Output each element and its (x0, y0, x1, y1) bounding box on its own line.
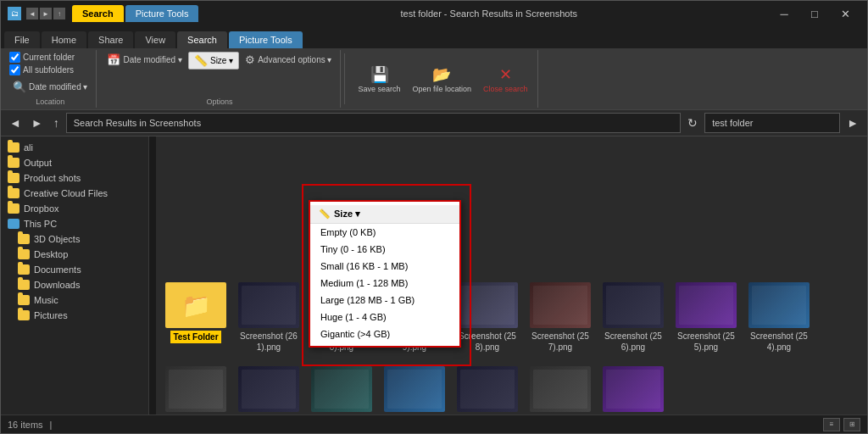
size-header-icon: 📏 (319, 209, 331, 220)
list-item[interactable]: Screenshot (248).png (527, 363, 593, 415)
file-label: Test Folder (170, 331, 220, 343)
sidebar-item-label: Dropbox (24, 203, 59, 214)
refine-btns: 📅 Date modified ▾ 📏 Size ▾ ⚙ Advanced op… (103, 52, 335, 96)
back-qatb[interactable]: ◄ (26, 8, 38, 19)
address-input[interactable] (66, 113, 681, 133)
list-item[interactable]: Screenshot (255).png (673, 279, 739, 356)
size-option-gigantic[interactable]: Gigantic (>4 GB) (310, 326, 459, 342)
sidebar-item-downloads[interactable]: Downloads (1, 277, 148, 292)
ribbon-content: Current folder All subfolders 🔍 Date mod… (1, 48, 867, 109)
sidebar-item-label: Documents (34, 264, 81, 275)
grid-view-toggle[interactable]: ⊞ (843, 418, 860, 431)
list-item[interactable]: Screenshot (261).png (236, 279, 302, 356)
list-item[interactable]: Screenshot (247).png (600, 363, 666, 415)
search-again-btn[interactable]: 🔍 Date modified ▾ (9, 79, 91, 95)
address-bar-row: ◄ ► ↑ ↻ ► (1, 110, 867, 136)
refresh-button[interactable]: ↻ (684, 114, 701, 131)
folder-icon: 📁 (181, 292, 211, 320)
list-item[interactable]: Screenshot (252).png (236, 363, 302, 415)
sidebar-item-label: Pictures (34, 310, 68, 320)
sidebar-scrollbar[interactable] (149, 136, 156, 415)
open-file-location-btn[interactable]: 📂 Open file location (409, 63, 476, 96)
sidebar-item-3d-objects[interactable]: 3D Objects (1, 231, 148, 247)
folder-open-icon: 📂 (432, 65, 451, 84)
size-option-tiny[interactable]: Tiny (0 - 16 KB) (310, 241, 459, 258)
folder-icon (8, 142, 19, 153)
size-option-huge[interactable]: Huge (1 - 4 GB) (310, 309, 459, 326)
folder-icon (18, 249, 30, 259)
list-item[interactable]: Screenshot (249).png (454, 363, 520, 415)
list-item[interactable]: Screenshot (257).png (527, 279, 593, 356)
list-view-toggle[interactable]: ≡ (823, 418, 840, 431)
folder-icon (18, 280, 30, 290)
tab-manage[interactable]: Picture Tools (125, 5, 199, 22)
sidebar-item-desktop[interactable]: Desktop (1, 247, 148, 262)
tab-share[interactable]: Share (88, 31, 133, 48)
close-search-btn[interactable]: ✕ Close search (479, 63, 532, 96)
tab-search-active[interactable]: Search (177, 31, 227, 48)
forward-qatb[interactable]: ► (40, 8, 52, 19)
sidebar-item-documents[interactable]: Documents (1, 262, 148, 277)
ribbon-sep-1 (344, 53, 345, 104)
pc-icon (8, 219, 19, 229)
main-area: ali Output Product shots Creative Cloud … (1, 136, 867, 415)
all-subfolders-check[interactable]: All subfolders (9, 64, 74, 75)
ribbon: File Home Share View Search Picture Tool… (1, 26, 867, 110)
advanced-options-btn[interactable]: ⚙ Advanced options ▾ (242, 52, 335, 68)
sidebar-item-dropbox[interactable]: Dropbox (1, 201, 148, 216)
forward-button[interactable]: ► (28, 114, 47, 131)
sidebar: ali Output Product shots Creative Cloud … (1, 136, 149, 415)
folder-icon (8, 173, 19, 183)
ribbon-group-actions: 💾 Save search 📂 Open file location ✕ Clo… (348, 50, 537, 108)
sidebar-item-label: Music (34, 295, 58, 305)
list-item[interactable]: Screenshot (256).png (600, 279, 666, 356)
list-item[interactable]: Screenshot (251).png (309, 363, 375, 415)
up-button[interactable]: ↑ (50, 114, 63, 131)
sidebar-item-output[interactable]: Output (1, 155, 148, 170)
maximize-button[interactable]: □ (799, 1, 830, 26)
app-icon: 🗂 (8, 7, 21, 20)
size-option-small[interactable]: Small (16 KB - 1 MB) (310, 258, 459, 275)
file-label: Screenshot (256).png (604, 331, 663, 353)
sidebar-item-label: Desktop (34, 249, 68, 259)
sidebar-item-label: Product shots (24, 173, 81, 183)
search-again-icon: 🔍 (13, 81, 26, 93)
tab-picture-tools[interactable]: Picture Tools (229, 31, 303, 48)
size-option-empty[interactable]: Empty (0 KB) (310, 224, 459, 241)
options-icon: ⚙ (245, 53, 255, 66)
close-button[interactable]: ✕ (830, 1, 860, 26)
tab-home[interactable]: Home (42, 31, 86, 48)
date-modified-btn[interactable]: 📅 Date modified ▾ (103, 52, 185, 68)
search-input[interactable] (704, 113, 840, 133)
list-item[interactable]: Screenshot (254).png (746, 279, 812, 356)
location-options: Current folder All subfolders 🔍 Date mod… (9, 52, 91, 96)
size-dropdown[interactable]: 📏 Size ▾ Empty (0 KB) Tiny (0 - 16 KB) S… (309, 200, 461, 348)
close-search-icon: ✕ (499, 65, 512, 84)
sidebar-item-product-shots[interactable]: Product shots (1, 170, 148, 186)
size-option-large[interactable]: Large (128 MB - 1 GB) (310, 292, 459, 309)
tab-file[interactable]: File (4, 31, 40, 48)
minimize-button[interactable]: ─ (769, 1, 799, 26)
back-button[interactable]: ◄ (6, 114, 25, 131)
list-item[interactable]: Screenshot (250).png (381, 363, 448, 415)
search-go-button[interactable]: ► (843, 114, 862, 131)
current-folder-check[interactable]: Current folder (9, 52, 75, 63)
save-search-btn[interactable]: 💾 Save search (353, 63, 404, 96)
tab-search[interactable]: Search (72, 5, 124, 22)
size-btn[interactable]: 📏 Size ▾ (188, 52, 239, 70)
sidebar-item-pictures[interactable]: Pictures (1, 308, 148, 323)
file-item-test-folder[interactable]: 📁 Test Folder (163, 279, 229, 356)
size-option-medium[interactable]: Medium (1 - 128 MB) (310, 275, 459, 292)
list-item[interactable]: Screenshot (258).png (454, 279, 520, 356)
file-grid: 📁 Test Folder Screenshot (261).png Scree… (163, 279, 860, 415)
tab-view[interactable]: View (135, 31, 175, 48)
list-item[interactable]: Screenshot (253).png (163, 363, 229, 415)
sidebar-item-ali[interactable]: ali (1, 140, 148, 155)
sidebar-item-label: Output (24, 158, 52, 168)
sidebar-item-music[interactable]: Music (1, 292, 148, 308)
view-controls: ≡ ⊞ (823, 418, 860, 431)
sidebar-item-creative-cloud[interactable]: Creative Cloud Files (1, 186, 148, 201)
folder-icon (18, 295, 30, 305)
up-qatb[interactable]: ↑ (53, 8, 65, 19)
sidebar-item-this-pc[interactable]: This PC (1, 216, 148, 231)
